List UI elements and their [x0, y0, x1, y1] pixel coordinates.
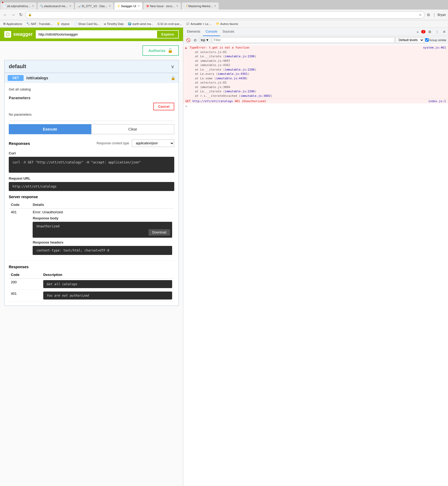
bookmark-star-icon[interactable]: ☆	[419, 13, 422, 17]
bookmark-et-on[interactable]: G Et on croit que...	[156, 22, 183, 26]
get-error-url-link[interactable]: http://ott/ott/catalogs	[193, 99, 233, 103]
menu-button[interactable]: ⋮	[432, 12, 437, 18]
execute-button[interactable]: Execute	[9, 124, 91, 134]
parameters-label: Parameters	[9, 96, 174, 100]
response-details: Error: Unauthorized Response body Unauth…	[31, 209, 174, 261]
resp-row-200: 200 Get all catalogs	[9, 279, 174, 290]
console-prompt-row: >	[183, 103, 448, 109]
forward-button[interactable]: →	[10, 12, 16, 18]
tab-3-close[interactable]: ✕	[109, 5, 111, 7]
tab-sources[interactable]: Sources	[220, 28, 237, 36]
code-header: Code	[9, 201, 31, 209]
tab-2[interactable]: 🔍 elasticsearch-he... ✕	[37, 2, 74, 10]
more-tabs-button[interactable]: »	[416, 29, 420, 34]
immutable-link-4[interactable]: immutable.js:4438	[216, 77, 246, 80]
request-url-label: Request URL	[9, 176, 174, 180]
stack-at-le-iterate-3: at Le.__iterate (immutable.js:2206)	[190, 89, 446, 94]
tab-5-close[interactable]: ✕	[176, 5, 178, 7]
clear-button[interactable]: Clear	[91, 124, 174, 134]
tab-1-close[interactable]: ✕	[32, 5, 34, 7]
response-body-container: Unauthorized Download	[33, 222, 172, 238]
bookmark-apps[interactable]: ⊞ Applications	[2, 22, 23, 26]
default-section-header[interactable]: default ∨	[4, 60, 179, 73]
tab-3-title: SI_OTT_V2 - Das...	[81, 5, 107, 8]
devtools-close-button[interactable]: ✕	[442, 29, 447, 34]
tab-3[interactable]: 📊 SI_OTT_V2 - Das... ✕	[75, 2, 114, 10]
response-row-401: 401 Error: Unauthorized Response body Un…	[9, 209, 174, 261]
address-input[interactable]: localhost:3000/#/default/get_ott_catalog…	[33, 13, 419, 17]
resp-desc-200: Get all catalogs	[41, 279, 174, 290]
error-expand-arrow[interactable]: ▶	[185, 46, 187, 50]
get-error-source-link[interactable]: index.js:1	[428, 99, 446, 103]
tab-5[interactable]: 🐙 New Issue · zirco... ✕	[143, 2, 181, 10]
tab-6-favicon: 📝	[184, 5, 188, 7]
bookmark-earth[interactable]: 🌍 earth wind ma...	[127, 22, 154, 26]
browser-chrome: 📄 ott.sdprod/ott/ca... ✕ 🔍 elasticsearch…	[0, 0, 448, 28]
tab-6-title: Mastering Markd...	[188, 5, 212, 8]
immutable-link-1[interactable]: immutable.js:2206	[225, 55, 255, 58]
swagger-panel: ⬡ swagger Explore Authorize 🔓 default	[0, 28, 183, 486]
context-selector[interactable]: top ▼	[199, 37, 211, 43]
get-error-row: ▶ GET http://ott/ott/catalogs 401 (Unaut…	[185, 99, 266, 103]
nav-bar: ← → ↻ 🔒 localhost:3000/#/default/get_ott…	[0, 10, 448, 20]
tab-console[interactable]: Console	[203, 28, 220, 36]
bookmark-actualite[interactable]: 📰 Actualité > La ...	[185, 22, 212, 26]
endpoint-header[interactable]: GET /ott/catalogs 🔒	[5, 73, 179, 83]
tab-1[interactable]: 📄 ott.sdprod/ott/ca... ✕	[0, 2, 37, 10]
nat-icon: 🔧	[26, 22, 30, 25]
refresh-button[interactable]: ↻	[18, 12, 24, 18]
tab-4-close[interactable]: ✕	[138, 5, 140, 7]
address-bar: 🔒 localhost:3000/#/default/get_ott_catal…	[25, 11, 425, 19]
download-button[interactable]: Download	[149, 229, 170, 236]
immutable-link-2[interactable]: immutable.js:2206	[225, 68, 255, 71]
tab-2-favicon: 🔍	[40, 5, 43, 7]
bookmark-nat[interactable]: 🔧 NAT : Translati...	[25, 22, 53, 26]
devtools-more-button[interactable]: ⋮	[434, 29, 440, 34]
console-filter-input[interactable]	[212, 37, 395, 43]
devtools-settings-button[interactable]: ⚙	[427, 29, 433, 34]
group-similar-checkbox[interactable]: Group similar	[425, 38, 446, 42]
bookmark-show-card[interactable]: 📄 Show Card Nu...	[73, 22, 101, 26]
group-similar-input[interactable]	[425, 38, 429, 42]
stack-at-le-every: at Le.every (immutable.js:4361)	[190, 72, 446, 76]
bookmark-timothy[interactable]: w Timothy Daly	[103, 22, 125, 26]
response-headers-block: content-type: text/html; charset=UTF-8	[33, 246, 172, 255]
authorize-button[interactable]: Authorize 🔓	[142, 45, 179, 56]
responses-bottom-label: Responses	[9, 265, 174, 269]
log-level-select[interactable]: Default levels	[396, 37, 424, 43]
back-button[interactable]: ←	[2, 12, 8, 18]
content-type-select[interactable]: application/json	[132, 140, 174, 147]
bookmark-autres[interactable]: 📁 Autres favoris	[215, 22, 239, 26]
devtools-toolbar: 🚫 ⊘ top ▼ Default levels Group similar	[183, 36, 448, 44]
devtools-filter-toggle-button[interactable]: ⊘	[193, 37, 198, 43]
immutable-link-3[interactable]: immutable.js:4361	[218, 72, 248, 76]
tab-1-favicon: 📄	[3, 5, 6, 7]
error-source-link[interactable]: system.js:461	[423, 46, 446, 50]
swagger-url-input[interactable]	[36, 30, 156, 38]
stack-at-le-iterate-1: at Le.__iterate (immutable.js:2206)	[190, 54, 446, 59]
explore-button[interactable]: Explore	[156, 30, 179, 38]
cancel-button[interactable]: Cancel	[153, 103, 174, 110]
stack-at-immutable-3084: at immutable.js:3084	[190, 85, 446, 90]
stack-at-ri-iterateuncached: at r.i.__iterateUncached (immutable.js:3…	[190, 94, 446, 98]
tab-6-close[interactable]: ✕	[214, 5, 216, 7]
tab-4[interactable]: ⚡ Swagger UI ✕	[114, 2, 143, 10]
immutable-link-5[interactable]: immutable.js:2206	[225, 90, 255, 93]
swagger-logo-icon: ⬡	[6, 32, 10, 37]
devtools-content: ▶ TypeError: t.get is not a function sys…	[183, 44, 448, 486]
immutable-link-6[interactable]: immutable.js:3083	[241, 94, 271, 98]
stack-at-le-some: at Le.some (immutable.js:4438)	[190, 76, 446, 81]
server-response-label: Server response	[9, 195, 174, 199]
tab-2-close[interactable]: ✕	[69, 5, 71, 7]
tab-3-favicon: 📊	[77, 5, 81, 7]
tab-6[interactable]: 📝 Mastering Markd... ✕	[181, 2, 219, 10]
devtools-clear-console-button[interactable]: 🚫	[185, 37, 192, 43]
extensions-button[interactable]: ⚙	[426, 12, 431, 18]
error-main-line: TypeError: t.get is not a function syste…	[190, 46, 446, 50]
error-message: TypeError: t.get is not a function	[190, 46, 249, 50]
bookmark-elypse[interactable]: 💡 elypse	[55, 22, 71, 26]
earth-icon: 🌍	[128, 22, 132, 25]
console-input[interactable]	[188, 105, 446, 108]
tab-elements[interactable]: Elements	[184, 28, 203, 36]
resp-code-header: Code	[9, 271, 41, 279]
